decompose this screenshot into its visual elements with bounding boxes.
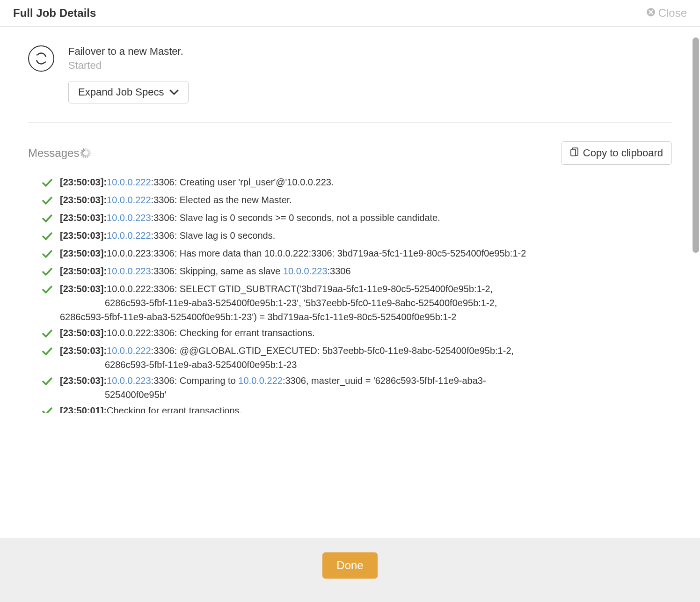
section-divider (28, 122, 672, 123)
expand-job-specs-label: Expand Job Specs (78, 86, 164, 98)
log-ip: 10.0.0.222 (107, 230, 151, 241)
log-segment: 10.0.0.222:3306: SELECT GTID_SUBTRACT('3… (107, 284, 493, 294)
log-text: [23:50:03]:10.0.0.222:3306: Elected as t… (60, 193, 672, 207)
check-icon (42, 230, 52, 244)
log-timestamp: [23:50:03]: (60, 195, 107, 205)
log-row: [23:50:03]:10.0.0.222:3306: Creating use… (42, 174, 672, 192)
check-icon (42, 213, 52, 227)
job-status: Started (68, 59, 672, 72)
log-text: [23:50:03]:10.0.0.222:3306: Checking for… (60, 326, 672, 340)
modal-footer: Done (0, 538, 700, 602)
log-segment: :3306, master_uuid = '6286c593-5fbf-11e9… (283, 375, 486, 386)
log-ip: 10.0.0.222 (107, 177, 151, 187)
messages-label: Messages (28, 147, 79, 160)
copy-to-clipboard-button[interactable]: Copy to clipboard (561, 141, 672, 165)
log-ip: 10.0.0.222 (238, 375, 283, 386)
log-timestamp: [23:50:03]: (60, 213, 107, 223)
close-button[interactable]: Close (646, 7, 687, 20)
modal-header: Full Job Details Close (0, 0, 700, 27)
log-text: [23:50:03]:10.0.0.222:3306: Creating use… (60, 175, 672, 189)
log-row: [23:50:03]:10.0.0.222:3306: Checking for… (42, 325, 672, 343)
log-segment: Checking for errant transactions. (107, 405, 242, 413)
log-continuation: 6286c593-5fbf-11e9-aba3-525400f0e95b:1-2… (60, 310, 672, 324)
log-segment: 10.0.0.222:3306: Checking for errant tra… (107, 328, 315, 338)
log-timestamp: [23:50:03]: (60, 375, 107, 386)
close-icon (646, 7, 656, 20)
check-icon (42, 375, 52, 389)
log-row: [23:50:03]:10.0.0.222:3306: Elected as t… (42, 192, 672, 210)
modal-title: Full Job Details (13, 7, 96, 20)
sync-icon (28, 45, 54, 72)
log-text: [23:50:03]:10.0.0.223:3306: Has more dat… (60, 246, 672, 260)
log-segment: :3306: Skipping, same as slave (151, 266, 283, 276)
log-text: [23:50:03]:10.0.0.223:3306: Comparing to… (60, 374, 672, 402)
check-icon (42, 195, 52, 209)
log-text: [23:50:03]:10.0.0.222:3306: @@GLOBAL.GTI… (60, 344, 672, 372)
log-timestamp: [23:50:03]: (60, 177, 107, 187)
log-timestamp: [23:50:01]: (60, 405, 107, 413)
messages-bar: Messages Copy to clipboard (28, 141, 672, 165)
log-segment: 10.0.0.223:3306: Has more data than 10.0… (107, 248, 526, 258)
log-row: [23:50:03]:10.0.0.223:3306: Has more dat… (42, 245, 672, 263)
log-timestamp: [23:50:03]: (60, 230, 107, 241)
log-timestamp: [23:50:03]: (60, 248, 107, 258)
log-segment: :3306: Comparing to (151, 375, 239, 386)
log-row: [23:50:03]:10.0.0.223:3306: Slave lag is… (42, 210, 672, 228)
svg-rect-2 (571, 149, 576, 156)
close-label: Close (658, 7, 687, 20)
expand-job-specs-button[interactable]: Expand Job Specs (68, 81, 189, 103)
copy-to-clipboard-label: Copy to clipboard (583, 147, 663, 159)
clipboard-icon (570, 147, 579, 160)
log-timestamp: [23:50:03]: (60, 266, 107, 276)
log-text: [23:50:03]:10.0.0.222:3306: SELECT GTID_… (60, 282, 672, 324)
check-icon (42, 345, 52, 360)
chevron-down-icon (169, 86, 179, 98)
log-row: [23:50:03]:10.0.0.223:3306: Comparing to… (42, 373, 672, 403)
log-timestamp: [23:50:03]: (60, 328, 107, 338)
check-icon (42, 405, 52, 413)
log-row: [23:50:03]:10.0.0.222:3306: @@GLOBAL.GTI… (42, 343, 672, 373)
log-row: [23:50:03]:10.0.0.223:3306: Skipping, sa… (42, 263, 672, 281)
log-ip: 10.0.0.223 (107, 213, 151, 223)
log-ip: 10.0.0.223 (283, 266, 328, 276)
log-segment: :3306: Slave lag is 0 seconds >= 0 secon… (151, 213, 440, 223)
log-list: [23:50:03]:10.0.0.222:3306: Creating use… (28, 174, 672, 413)
messages-label-wrap: Messages (28, 147, 90, 160)
log-continuation: 525400f0e95b' (60, 388, 672, 402)
check-icon (42, 266, 52, 280)
log-text: [23:50:03]:10.0.0.222:3306: Slave lag is… (60, 228, 672, 242)
log-row: [23:50:01]:Checking for errant transacti… (42, 403, 672, 413)
log-timestamp: [23:50:03]: (60, 345, 107, 356)
job-info: Failover to a new Master. Started Expand… (68, 45, 672, 103)
log-segment: :3306 (328, 266, 351, 276)
log-timestamp: [23:50:03]: (60, 284, 107, 294)
check-icon (42, 284, 52, 298)
log-ip: 10.0.0.223 (107, 266, 151, 276)
check-icon (42, 328, 52, 342)
log-segment: :3306: Creating user 'rpl_user'@'10.0.0.… (151, 177, 334, 187)
log-text: [23:50:01]:Checking for errant transacti… (60, 404, 672, 413)
log-continuation: 6286c593-5fbf-11e9-aba3-525400f0e95b:1-2… (60, 358, 672, 372)
loading-spinner-icon (81, 148, 90, 158)
check-icon (42, 177, 52, 191)
log-continuation: 6286c593-5fbf-11e9-aba3-525400f0e95b:1-2… (60, 296, 672, 310)
log-segment: :3306: Elected as the new Master. (151, 195, 292, 205)
log-segment: :3306: Slave lag is 0 seconds. (151, 230, 276, 241)
job-title: Failover to a new Master. (68, 45, 672, 58)
log-row: [23:50:03]:10.0.0.222:3306: Slave lag is… (42, 228, 672, 245)
done-button[interactable]: Done (322, 552, 377, 579)
log-text: [23:50:03]:10.0.0.223:3306: Slave lag is… (60, 211, 672, 225)
modal-full-job-details: Full Job Details Close Failover to a new… (0, 0, 700, 602)
log-bottom-fade (28, 519, 672, 538)
check-icon (42, 248, 52, 262)
log-ip: 10.0.0.223 (107, 375, 151, 386)
modal-body: Failover to a new Master. Started Expand… (0, 27, 700, 538)
log-segment: :3306: @@GLOBAL.GTID_EXECUTED: 5b37eebb-… (151, 345, 514, 356)
log-row: [23:50:03]:10.0.0.222:3306: SELECT GTID_… (42, 281, 672, 325)
log-ip: 10.0.0.222 (107, 345, 151, 356)
job-header: Failover to a new Master. Started Expand… (28, 45, 672, 122)
log-text: [23:50:03]:10.0.0.223:3306: Skipping, sa… (60, 264, 672, 278)
log-ip: 10.0.0.222 (107, 195, 151, 205)
